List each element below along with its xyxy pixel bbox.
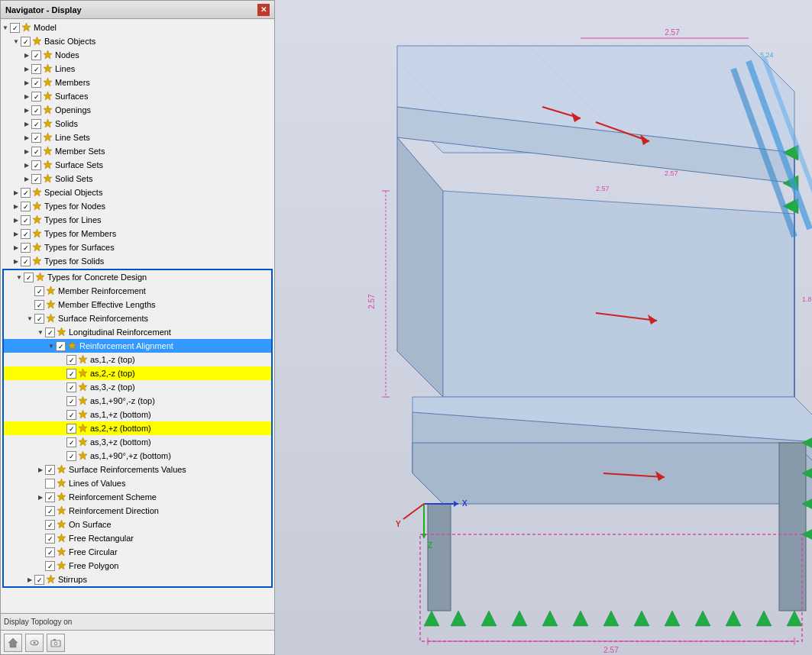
tree-item-free-circular[interactable]: ✓ Free Circular: [4, 545, 271, 559]
tree-expand-arrow-reinf-align[interactable]: ▼: [47, 343, 56, 350]
tree-checkbox-line-sets[interactable]: ✓: [31, 133, 41, 143]
tree-item-reinf-scheme[interactable]: ▶✓ Reinforcement Scheme: [4, 490, 271, 504]
tree-expand-arrow-surface-reinf-val[interactable]: ▶: [36, 466, 45, 473]
tree-item-member-reinf[interactable]: ✓ Member Reinforcement: [4, 284, 271, 298]
tree-expand-arrow-types-members[interactable]: ▶: [11, 231, 21, 237]
tree-item-reinf-direction[interactable]: ✓ Reinforcement Direction: [4, 504, 271, 518]
tree-expand-arrow-line-sets[interactable]: ▶: [22, 134, 31, 141]
tree-checkbox-reinf-scheme[interactable]: ✓: [45, 492, 55, 502]
tree-item-types-concrete[interactable]: ▼✓ Types for Concrete Design: [4, 270, 271, 284]
tree-item-types-solids[interactable]: ▶✓ Types for Solids: [1, 254, 274, 268]
tree-item-types-lines[interactable]: ▶✓ Types for Lines: [1, 213, 274, 227]
tree-expand-arrow-model[interactable]: ▼: [1, 24, 10, 31]
tree-checkbox-as1-z-bottom[interactable]: ✓: [66, 410, 76, 420]
tree-item-reinf-align[interactable]: ▼✓ Reinforcement Alignment: [4, 339, 271, 353]
tree-checkbox-types-concrete[interactable]: ✓: [24, 273, 34, 282]
tree-item-as2-z-bottom[interactable]: ✓ as,2,+z (bottom): [4, 421, 271, 435]
tree-item-as1-z-bottom[interactable]: ✓ as,1,+z (bottom): [4, 408, 271, 421]
tree-checkbox-openings[interactable]: ✓: [31, 105, 41, 115]
tree-item-on-surface[interactable]: ✓ On Surface: [4, 518, 271, 531]
tree-item-stirrups[interactable]: ▶✓ Stirrups: [4, 573, 271, 586]
tree-checkbox-surfaces[interactable]: ✓: [31, 92, 41, 102]
tree-checkbox-free-rectangular[interactable]: ✓: [45, 534, 55, 544]
tree-expand-arrow-types-surfaces[interactable]: ▶: [11, 244, 21, 251]
tree-item-as1p90-z-bottom[interactable]: ✓ as,1,+90°,+z (bottom): [4, 449, 271, 463]
tree-item-nodes[interactable]: ▶✓ Nodes: [1, 48, 274, 62]
tree-expand-arrow-long-reinf[interactable]: ▼: [36, 329, 45, 336]
tree-item-types-members[interactable]: ▶✓ Types for Members: [1, 227, 274, 240]
tree-expand-arrow-basic-objects[interactable]: ▼: [11, 38, 21, 45]
tree-item-types-surfaces[interactable]: ▶✓ Types for Surfaces: [1, 240, 274, 254]
tree-item-types-nodes[interactable]: ▶✓ Types for Nodes: [1, 199, 274, 213]
tree-item-surface-reinf-val[interactable]: ▶✓ Surface Reinforcements Values: [4, 463, 271, 476]
camera-button[interactable]: [47, 634, 65, 652]
tree-item-model[interactable]: ▼✓ Model: [1, 21, 274, 34]
tree-item-long-reinf[interactable]: ▼✓ Longitudinal Reinforcement: [4, 325, 271, 339]
tree-checkbox-basic-objects[interactable]: ✓: [21, 37, 31, 47]
tree-checkbox-nodes[interactable]: ✓: [31, 50, 41, 60]
tree-expand-arrow-types-nodes[interactable]: ▶: [11, 203, 21, 210]
home-button[interactable]: [4, 634, 22, 652]
tree-checkbox-as2-z-top[interactable]: ✓: [66, 369, 76, 379]
tree-checkbox-member-reinf[interactable]: ✓: [34, 286, 44, 296]
tree-expand-arrow-nodes[interactable]: ▶: [22, 52, 31, 59]
tree-checkbox-free-circular[interactable]: ✓: [45, 547, 55, 557]
tree-item-as1p90-z-top[interactable]: ✓ as,1,+90°,-z (top): [4, 394, 271, 408]
tree-item-special-objects[interactable]: ▶✓ Special Objects: [1, 186, 274, 199]
tree-checkbox-member-sets[interactable]: ✓: [31, 147, 41, 156]
tree-checkbox-lines-values[interactable]: [45, 479, 55, 489]
tree-checkbox-solids[interactable]: ✓: [31, 119, 41, 129]
tree-item-member-eff[interactable]: ✓ Member Effective Lengths: [4, 298, 271, 311]
tree-expand-arrow-types-solids[interactable]: ▶: [11, 258, 21, 265]
tree-expand-arrow-openings[interactable]: ▶: [22, 107, 31, 114]
tree-checkbox-types-surfaces[interactable]: ✓: [21, 243, 31, 253]
tree-expand-arrow-surface-sets[interactable]: ▶: [22, 162, 31, 169]
tree-checkbox-as1-z-top[interactable]: ✓: [66, 355, 76, 365]
tree-checkbox-reinf-direction[interactable]: ✓: [45, 506, 55, 516]
tree-item-as2-z-top[interactable]: ✓ as,2,-z (top): [4, 366, 271, 380]
tree-item-member-sets[interactable]: ▶✓ Member Sets: [1, 144, 274, 158]
tree-checkbox-types-solids[interactable]: ✓: [21, 257, 31, 266]
eye-button[interactable]: [25, 634, 44, 652]
tree-item-line-sets[interactable]: ▶✓ Line Sets: [1, 131, 274, 144]
tree-expand-arrow-special-objects[interactable]: ▶: [11, 189, 21, 196]
tree-item-openings[interactable]: ▶✓ Openings: [1, 103, 274, 117]
tree-checkbox-solid-sets[interactable]: ✓: [31, 174, 41, 184]
tree-checkbox-surface-reinf-val[interactable]: ✓: [45, 465, 55, 475]
tree-item-as1-z-top[interactable]: ✓ as,1,-z (top): [4, 353, 271, 366]
tree-expand-arrow-solid-sets[interactable]: ▶: [22, 176, 31, 182]
tree-item-basic-objects[interactable]: ▼✓ Basic Objects: [1, 34, 274, 48]
tree-checkbox-surface-sets[interactable]: ✓: [31, 160, 41, 170]
tree-expand-arrow-reinf-scheme[interactable]: ▶: [36, 494, 45, 501]
tree-item-as3-z-top[interactable]: ✓ as,3,-z (top): [4, 380, 271, 394]
tree-expand-arrow-members[interactable]: ▶: [22, 79, 31, 86]
tree-checkbox-types-nodes[interactable]: ✓: [21, 202, 31, 211]
tree-expand-arrow-surfaces[interactable]: ▶: [22, 93, 31, 100]
tree-checkbox-as3-z-top[interactable]: ✓: [66, 382, 76, 392]
tree-item-free-polygon[interactable]: ✓ Free Polygon: [4, 559, 271, 573]
tree-expand-arrow-types-concrete[interactable]: ▼: [15, 274, 24, 281]
tree-checkbox-stirrups[interactable]: ✓: [34, 575, 44, 585]
tree-expand-arrow-types-lines[interactable]: ▶: [11, 217, 21, 224]
tree-item-lines-values[interactable]: Lines of Values: [4, 476, 271, 490]
tree-item-surface-reinf[interactable]: ▼✓ Surface Reinforcements: [4, 311, 271, 325]
tree-checkbox-long-reinf[interactable]: ✓: [45, 328, 55, 337]
tree-checkbox-as1p90-z-bottom[interactable]: ✓: [66, 451, 76, 461]
tree-checkbox-as3-z-bottom[interactable]: ✓: [66, 437, 76, 447]
tree-checkbox-as1p90-z-top[interactable]: ✓: [66, 396, 76, 406]
tree-checkbox-types-lines[interactable]: ✓: [21, 215, 31, 225]
tree-item-as3-z-bottom[interactable]: ✓ as,3,+z (bottom): [4, 435, 271, 449]
tree-item-solids[interactable]: ▶✓ Solids: [1, 117, 274, 131]
tree-expand-arrow-member-sets[interactable]: ▶: [22, 148, 31, 155]
tree-checkbox-model[interactable]: ✓: [10, 23, 20, 33]
tree-checkbox-free-polygon[interactable]: ✓: [45, 561, 55, 571]
3d-view-area[interactable]: 2.57 2.57 2.57 5.24 1.8.24 2.57 2.57 X Z…: [275, 0, 812, 655]
tree-checkbox-special-objects[interactable]: ✓: [21, 188, 31, 198]
tree-expand-arrow-stirrups[interactable]: ▶: [25, 576, 34, 583]
close-button[interactable]: ✕: [257, 4, 270, 16]
tree-expand-arrow-surface-reinf[interactable]: ▼: [25, 315, 34, 322]
tree-checkbox-on-surface[interactable]: ✓: [45, 520, 55, 530]
tree-checkbox-types-members[interactable]: ✓: [21, 229, 31, 239]
tree-checkbox-member-eff[interactable]: ✓: [34, 300, 44, 310]
tree-item-members[interactable]: ▶✓ Members: [1, 76, 274, 89]
